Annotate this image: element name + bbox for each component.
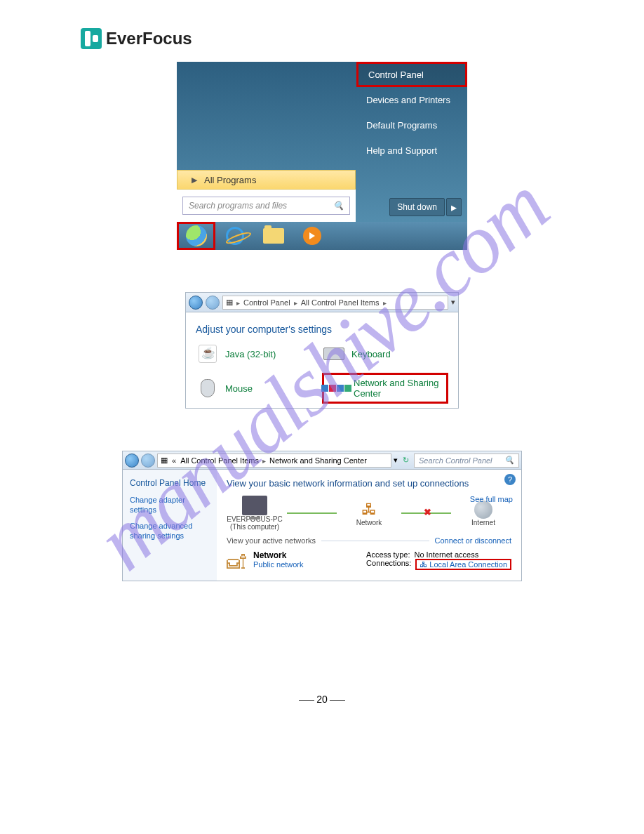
breadcrumb-item[interactable]: All Control Panel Items: [180, 456, 259, 465]
breadcrumb-icon: ▦: [226, 298, 233, 307]
start-menu-right-column: Control Panel Devices and Printers Defau…: [356, 62, 467, 163]
triangle-icon: ▶: [192, 176, 197, 185]
logo-text: EverFocus: [106, 29, 192, 48]
screenshot-network-sharing-center: ▦ « All Control Panel Items Network and …: [122, 451, 522, 581]
window-nav-bar: ▦ Control Panel All Control Panel Items …: [186, 293, 458, 312]
node-network: 🖧 Network: [341, 501, 397, 527]
screenshot-start-menu: Control Panel Devices and Printers Defau…: [177, 62, 467, 250]
sidebar-change-adapter[interactable]: Change adapter settings: [130, 495, 210, 515]
refresh-icon[interactable]: ↻: [400, 456, 412, 465]
cp-item-mouse[interactable]: Mouse: [196, 373, 322, 404]
access-type-label: Access type:: [366, 550, 410, 559]
shutdown-button[interactable]: Shut down: [389, 198, 445, 216]
connections-label: Connections:: [366, 559, 411, 570]
main-panel: ? View your basic network information an…: [217, 470, 521, 581]
menu-item-devices-printers[interactable]: Devices and Printers: [356, 87, 467, 112]
network-type-link[interactable]: Public network: [253, 560, 304, 569]
breadcrumb-icon: ▦: [161, 456, 168, 465]
nav-back-button[interactable]: [125, 454, 139, 468]
search-icon: 🔍: [504, 456, 514, 465]
see-full-map-link[interactable]: See full map: [470, 495, 513, 503]
nav-forward-button[interactable]: [141, 454, 155, 468]
node-sublabel: (This computer): [230, 523, 279, 531]
page-number: 20: [81, 694, 563, 705]
breadcrumb-item[interactable]: Network and Sharing Center: [269, 456, 367, 465]
menu-item-default-programs[interactable]: Default Programs: [356, 112, 467, 138]
keyboard-icon: [323, 348, 344, 360]
cp-label: Java (32-bit): [225, 349, 276, 359]
window-nav-bar: ▦ « All Control Panel Items Network and …: [123, 451, 521, 470]
breadcrumb[interactable]: ▦ « All Control Panel Items Network and …: [157, 454, 391, 468]
help-icon[interactable]: ?: [504, 474, 516, 485]
node-this-pc: EVERFOCUS-PC (This computer): [227, 496, 283, 531]
cp-item-keyboard[interactable]: Keyboard: [322, 342, 448, 366]
folder-icon: [263, 228, 284, 244]
start-menu-left-column: ▶ All Programs Search programs and files…: [177, 170, 356, 222]
brand-logo: EverFocus: [81, 28, 563, 49]
breadcrumb-item[interactable]: All Control Panel Items: [301, 298, 380, 307]
taskbar-explorer[interactable]: [254, 222, 293, 250]
nav-back-button[interactable]: [189, 296, 203, 310]
network-device-icon: 🖧: [361, 501, 377, 519]
all-programs-button[interactable]: ▶ All Programs: [177, 170, 356, 190]
local-area-connection-link[interactable]: 🖧 Local Area Connection: [415, 559, 511, 570]
control-panel-heading: Adjust your computer's settings: [196, 324, 448, 335]
pc-icon: [242, 496, 267, 515]
panel-title: View your basic network information and …: [227, 478, 511, 489]
taskbar-media-player[interactable]: [293, 222, 331, 250]
search-input[interactable]: Search Control Panel 🔍: [414, 454, 519, 468]
network-map: EVERFOCUS-PC (This computer) 🖧 Network I…: [227, 496, 511, 531]
breadcrumb-dropdown-icon[interactable]: ▾: [394, 456, 398, 465]
breadcrumb-dropdown-icon[interactable]: ▾: [451, 298, 455, 307]
node-label: Internet: [471, 519, 495, 527]
nic-icon: 🖧: [420, 560, 427, 569]
menu-item-control-panel[interactable]: Control Panel: [356, 62, 467, 87]
sidebar: Control Panel Home Change adapter settin…: [123, 470, 217, 581]
menu-item-help-support[interactable]: Help and Support: [356, 138, 467, 163]
search-icon: 🔍: [333, 201, 344, 211]
ie-icon: [226, 227, 244, 245]
media-player-icon: [303, 227, 321, 245]
mouse-icon: [201, 379, 215, 397]
sidebar-change-advanced-sharing[interactable]: Change advanced sharing settings: [130, 521, 210, 541]
shutdown-options-button[interactable]: ▸: [446, 198, 462, 216]
taskbar-ie[interactable]: [215, 222, 254, 250]
taskbar: [177, 222, 467, 250]
access-type-value: No Internet access: [414, 550, 478, 559]
network-icon: [321, 385, 351, 392]
screenshot-control-panel: ▦ Control Panel All Control Panel Items …: [185, 292, 459, 409]
windows-orb-icon: [186, 225, 207, 246]
sidebar-home[interactable]: Control Panel Home: [130, 478, 210, 488]
java-icon: [199, 345, 217, 363]
network-name: Network: [253, 550, 304, 560]
connect-disconnect-link[interactable]: Connect or disconnect: [435, 536, 511, 545]
cp-label: Keyboard: [351, 349, 391, 359]
active-networks-label: View your active networks: [227, 536, 316, 545]
cp-label: Network and Sharing Center: [354, 378, 445, 399]
breadcrumb[interactable]: ▦ Control Panel All Control Panel Items: [222, 296, 448, 310]
cp-label: Mouse: [225, 383, 253, 394]
connection-name: Local Area Connection: [429, 560, 507, 569]
search-placeholder: Search programs and files: [189, 201, 287, 211]
search-placeholder: Search Control Panel: [419, 456, 492, 465]
node-label: Network: [356, 519, 382, 527]
node-internet: Internet: [455, 501, 511, 527]
nav-forward-button[interactable]: [206, 296, 220, 310]
all-programs-label: All Programs: [204, 175, 256, 185]
search-input[interactable]: Search programs and files 🔍: [182, 197, 350, 215]
logo-icon: [81, 28, 102, 49]
start-button[interactable]: [177, 222, 215, 250]
active-network-block: 🛋 Network Public network Access type: No…: [227, 550, 511, 574]
cp-item-java[interactable]: Java (32-bit): [196, 342, 322, 366]
breadcrumb-item[interactable]: Control Panel: [243, 298, 290, 307]
cp-item-network-sharing[interactable]: Network and Sharing Center: [322, 373, 448, 404]
bench-icon: 🛋: [227, 550, 246, 574]
